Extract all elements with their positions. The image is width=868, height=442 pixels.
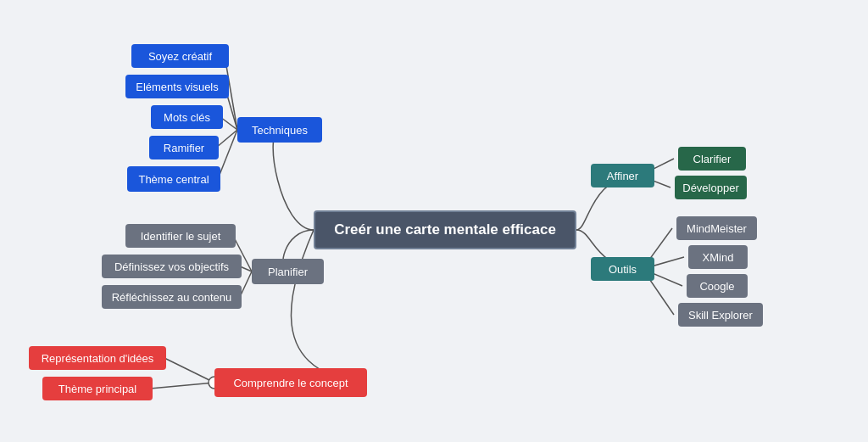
affiner-node[interactable]: Affiner bbox=[591, 164, 654, 187]
comprendre-node[interactable]: Comprendre le concept bbox=[214, 368, 367, 397]
theme-principal-node[interactable]: Thème principal bbox=[42, 377, 153, 400]
developper-label: Développer bbox=[682, 182, 739, 194]
representation-label: Représentation d'idées bbox=[42, 352, 154, 365]
svg-line-2 bbox=[220, 117, 237, 130]
theme-central-label: Thème central bbox=[138, 173, 209, 186]
svg-line-8 bbox=[164, 358, 214, 383]
elements-label: Eléments visuels bbox=[136, 81, 219, 93]
clarifier-label: Clarifier bbox=[693, 153, 732, 165]
clarifier-node[interactable]: Clarifier bbox=[678, 147, 746, 171]
svg-line-3 bbox=[216, 130, 237, 148]
center-node: Creér une carte mentale efficace bbox=[314, 210, 576, 249]
mindmeister-label: MindMeister bbox=[687, 222, 747, 235]
comprendre-label: Comprendre le concept bbox=[233, 377, 348, 389]
ramifier-node[interactable]: Ramifier bbox=[149, 136, 219, 159]
theme-central-node[interactable]: Thème central bbox=[127, 166, 220, 192]
planifier-label: Planifier bbox=[268, 266, 308, 278]
definissez-label: Définissez vos objectifs bbox=[114, 260, 229, 273]
xmind-label: XMind bbox=[703, 251, 734, 264]
developper-node[interactable]: Développer bbox=[675, 176, 747, 199]
reflechissez-node[interactable]: Réfléchissez au contenu bbox=[102, 285, 242, 309]
planifier-node[interactable]: Planifier bbox=[252, 259, 324, 284]
coogle-label: Coogle bbox=[699, 280, 734, 293]
skill-explorer-label: Skill Explorer bbox=[688, 309, 753, 322]
identifier-node[interactable]: Identifier le sujet bbox=[125, 224, 236, 248]
svg-line-6 bbox=[240, 266, 252, 271]
xmind-node[interactable]: XMind bbox=[688, 245, 748, 269]
techniques-label: Techniques bbox=[252, 124, 308, 137]
mots-label: Mots clés bbox=[164, 111, 210, 124]
mindmeister-node[interactable]: MindMeister bbox=[676, 216, 757, 240]
mots-node[interactable]: Mots clés bbox=[151, 105, 223, 129]
coogle-node[interactable]: Coogle bbox=[687, 274, 748, 298]
svg-line-4 bbox=[218, 130, 237, 179]
soyez-node[interactable]: Soyez créatif bbox=[131, 44, 229, 68]
svg-line-9 bbox=[150, 383, 214, 389]
affiner-label: Affiner bbox=[607, 170, 638, 182]
elements-node[interactable]: Eléments visuels bbox=[125, 75, 229, 98]
definissez-node[interactable]: Définissez vos objectifs bbox=[102, 255, 242, 278]
outils-node[interactable]: Outils bbox=[591, 257, 654, 281]
svg-line-7 bbox=[240, 271, 252, 297]
theme-principal-label: Thème principal bbox=[58, 383, 137, 395]
outils-label: Outils bbox=[609, 263, 637, 276]
soyez-label: Soyez créatif bbox=[148, 50, 212, 63]
representation-node[interactable]: Représentation d'idées bbox=[29, 346, 166, 370]
ramifier-label: Ramifier bbox=[164, 142, 204, 154]
techniques-node[interactable]: Techniques bbox=[237, 117, 322, 143]
reflechissez-label: Réfléchissez au contenu bbox=[112, 291, 232, 304]
center-label: Creér une carte mentale efficace bbox=[334, 221, 556, 238]
identifier-label: Identifier le sujet bbox=[141, 230, 221, 243]
skill-explorer-node[interactable]: Skill Explorer bbox=[678, 303, 763, 327]
